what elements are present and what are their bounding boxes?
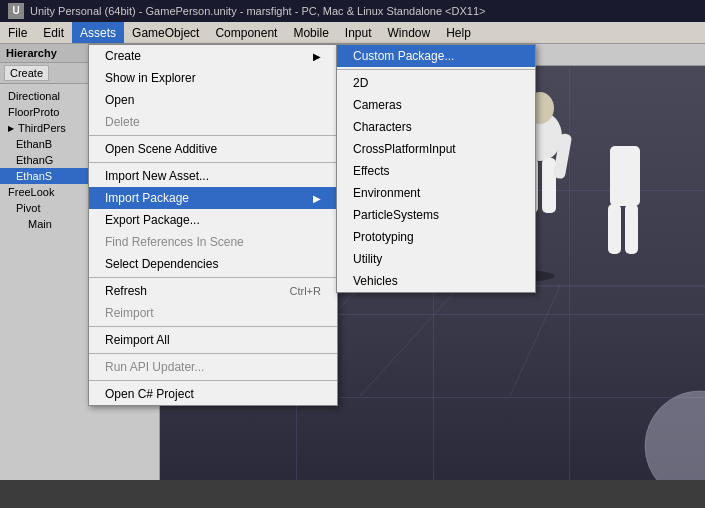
dropdown-open-scene-additive[interactable]: Open Scene Additive bbox=[89, 138, 337, 160]
arrow-icon: ▶ bbox=[313, 193, 321, 204]
hierarchy-item-label: EthanB bbox=[16, 138, 52, 150]
menu-component[interactable]: Component bbox=[207, 22, 285, 43]
submenu-vehicles[interactable]: Vehicles bbox=[337, 270, 535, 292]
menu-help[interactable]: Help bbox=[438, 22, 479, 43]
svg-rect-6 bbox=[610, 146, 640, 206]
submenu-custom-package[interactable]: Custom Package... bbox=[337, 45, 535, 67]
submenu-cameras[interactable]: Cameras bbox=[337, 94, 535, 116]
submenu-environment[interactable]: Environment bbox=[337, 182, 535, 204]
svg-rect-3 bbox=[542, 158, 556, 213]
separator bbox=[89, 135, 337, 136]
import-package-submenu: Custom Package... 2D Cameras Characters … bbox=[336, 44, 536, 293]
hierarchy-item-label: EthanS bbox=[16, 170, 52, 182]
dropdown-select-dependencies[interactable]: Select Dependencies bbox=[89, 253, 337, 275]
dropdown-run-api-updater: Run API Updater... bbox=[89, 356, 337, 378]
hierarchy-title: Hierarchy bbox=[6, 47, 57, 59]
submenu-particlesystems[interactable]: ParticleSystems bbox=[337, 204, 535, 226]
menu-bar: File Edit Assets GameObject Component Mo… bbox=[0, 22, 705, 44]
dropdown-show-explorer[interactable]: Show in Explorer bbox=[89, 67, 337, 89]
hierarchy-item-label: FloorProto bbox=[8, 106, 59, 118]
arrow-icon: ▶ bbox=[313, 51, 321, 62]
shortcut-text: Ctrl+R bbox=[290, 285, 321, 297]
hierarchy-item-label: EthanG bbox=[16, 154, 53, 166]
dropdown-find-references: Find References In Scene bbox=[89, 231, 337, 253]
menu-mobile[interactable]: Mobile bbox=[285, 22, 336, 43]
hierarchy-item-label: Pivot bbox=[16, 202, 40, 214]
expand-icon: ▶ bbox=[8, 124, 14, 133]
separator bbox=[337, 69, 535, 70]
menu-edit[interactable]: Edit bbox=[35, 22, 72, 43]
svg-line-14 bbox=[510, 286, 560, 396]
submenu-utility[interactable]: Utility bbox=[337, 248, 535, 270]
dropdown-reimport: Reimport bbox=[89, 302, 337, 324]
dropdown-open-csharp[interactable]: Open C# Project bbox=[89, 383, 337, 405]
dropdown-import-package[interactable]: Import Package ▶ bbox=[89, 187, 337, 209]
title-bar: U Unity Personal (64bit) - GamePerson.un… bbox=[0, 0, 705, 22]
hierarchy-create-btn[interactable]: Create bbox=[4, 65, 49, 81]
menu-file[interactable]: File bbox=[0, 22, 35, 43]
separator bbox=[89, 326, 337, 327]
unity-icon: U bbox=[8, 3, 24, 19]
menu-assets[interactable]: Assets bbox=[72, 22, 124, 43]
submenu-characters[interactable]: Characters bbox=[337, 116, 535, 138]
menu-window[interactable]: Window bbox=[380, 22, 439, 43]
hierarchy-item-label: ThirdPers bbox=[18, 122, 66, 134]
menu-gameobject[interactable]: GameObject bbox=[124, 22, 207, 43]
submenu-crossplatform[interactable]: CrossPlatformInput bbox=[337, 138, 535, 160]
dropdown-refresh[interactable]: Refresh Ctrl+R bbox=[89, 280, 337, 302]
dropdown-import-new-asset[interactable]: Import New Asset... bbox=[89, 165, 337, 187]
title-text: Unity Personal (64bit) - GamePerson.unit… bbox=[30, 5, 486, 17]
dropdown-export-package[interactable]: Export Package... bbox=[89, 209, 337, 231]
svg-line-13 bbox=[360, 286, 460, 396]
separator bbox=[89, 380, 337, 381]
submenu-2d[interactable]: 2D bbox=[337, 72, 535, 94]
svg-point-15 bbox=[645, 391, 705, 480]
submenu-prototyping[interactable]: Prototyping bbox=[337, 226, 535, 248]
dropdown-reimport-all[interactable]: Reimport All bbox=[89, 329, 337, 351]
assets-dropdown-menu: Create ▶ Show in Explorer Open Delete Op… bbox=[88, 44, 338, 406]
separator bbox=[89, 162, 337, 163]
svg-rect-8 bbox=[625, 204, 638, 254]
dropdown-delete: Delete bbox=[89, 111, 337, 133]
hierarchy-item-label: Directional bbox=[8, 90, 60, 102]
svg-rect-7 bbox=[608, 204, 621, 254]
separator bbox=[89, 277, 337, 278]
separator bbox=[89, 353, 337, 354]
hierarchy-item-label: Main bbox=[28, 218, 52, 230]
dropdown-create[interactable]: Create ▶ bbox=[89, 45, 337, 67]
menu-input[interactable]: Input bbox=[337, 22, 380, 43]
dropdown-open[interactable]: Open bbox=[89, 89, 337, 111]
hierarchy-item-label: FreeLook bbox=[8, 186, 54, 198]
submenu-effects[interactable]: Effects bbox=[337, 160, 535, 182]
